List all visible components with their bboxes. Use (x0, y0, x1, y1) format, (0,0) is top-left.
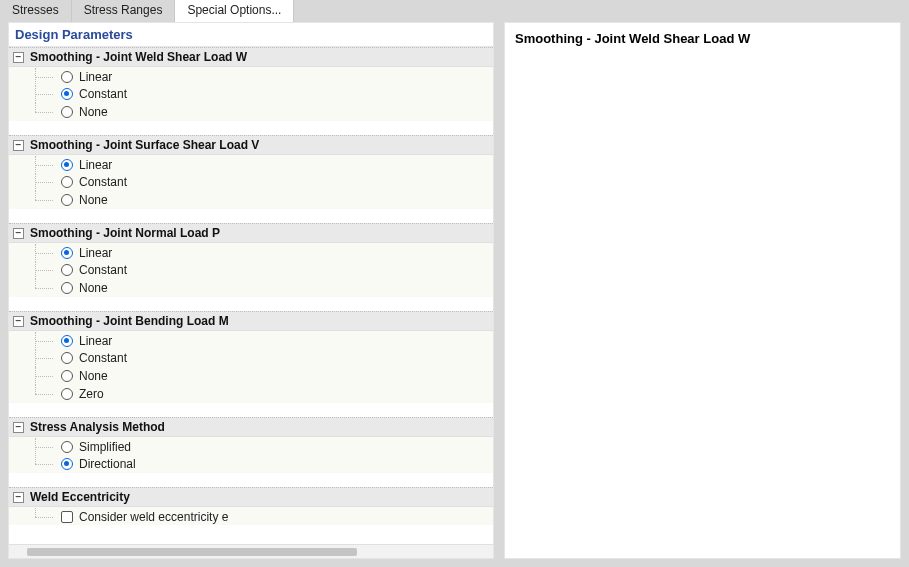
option-radio[interactable] (61, 370, 73, 382)
option-label: Consider weld eccentricity e (79, 510, 228, 524)
group-options: Consider weld eccentricity e (9, 507, 493, 525)
tree-connector-icon (29, 438, 55, 456)
option-row[interactable]: Linear (9, 67, 493, 85)
option-row[interactable]: None (9, 191, 493, 209)
detail-panel: Smoothing - Joint Weld Shear Load W (504, 22, 901, 559)
option-label: None (79, 105, 108, 119)
group-options: LinearConstantNoneZero (9, 331, 493, 403)
option-label: None (79, 193, 108, 207)
option-label: None (79, 281, 108, 295)
collapse-toggle-icon[interactable]: − (13, 52, 24, 63)
tree-connector-icon (29, 85, 55, 103)
spacer (9, 403, 493, 417)
option-row[interactable]: Constant (9, 85, 493, 103)
option-label: Linear (79, 70, 112, 84)
main-area: Design Parameters −Smoothing - Joint Wel… (0, 22, 909, 567)
tab-stresses[interactable]: Stresses (0, 0, 72, 22)
tab-stress-ranges[interactable]: Stress Ranges (72, 0, 176, 22)
spacer (9, 473, 493, 487)
option-row[interactable]: Zero (9, 385, 493, 403)
tree-connector-icon (29, 103, 55, 121)
collapse-toggle-icon[interactable]: − (13, 316, 24, 327)
option-radio[interactable] (61, 194, 73, 206)
option-label: Constant (79, 87, 127, 101)
group-title: Smoothing - Joint Surface Shear Load V (30, 138, 259, 152)
group-title: Weld Eccentricity (30, 490, 130, 504)
group-header[interactable]: −Smoothing - Joint Normal Load P (9, 223, 493, 243)
option-radio[interactable] (61, 106, 73, 118)
option-radio[interactable] (61, 282, 73, 294)
option-radio[interactable] (61, 88, 73, 100)
param-group: −Weld EccentricityConsider weld eccentri… (9, 487, 493, 539)
option-label: Linear (79, 158, 112, 172)
tree-connector-icon (29, 367, 55, 385)
collapse-toggle-icon[interactable]: − (13, 422, 24, 433)
option-row[interactable]: Constant (9, 349, 493, 367)
param-group: −Smoothing - Joint Surface Shear Load VL… (9, 135, 493, 223)
param-group: −Stress Analysis MethodSimplifiedDirecti… (9, 417, 493, 487)
group-header[interactable]: −Stress Analysis Method (9, 417, 493, 437)
option-row[interactable]: Constant (9, 261, 493, 279)
option-radio[interactable] (61, 159, 73, 171)
group-title: Smoothing - Joint Normal Load P (30, 226, 220, 240)
option-label: Linear (79, 334, 112, 348)
tree-connector-icon (29, 68, 55, 86)
option-row[interactable]: Linear (9, 243, 493, 261)
scroll-thumb[interactable] (27, 548, 357, 556)
group-title: Smoothing - Joint Weld Shear Load W (30, 50, 247, 64)
panel-title: Design Parameters (9, 23, 493, 46)
tree-connector-icon (29, 173, 55, 191)
group-title: Smoothing - Joint Bending Load M (30, 314, 229, 328)
group-options: LinearConstantNone (9, 67, 493, 121)
group-header[interactable]: −Smoothing - Joint Surface Shear Load V (9, 135, 493, 155)
option-radio[interactable] (61, 176, 73, 188)
option-label: Directional (79, 457, 136, 471)
option-radio[interactable] (61, 247, 73, 259)
group-header[interactable]: −Smoothing - Joint Bending Load M (9, 311, 493, 331)
option-row[interactable]: Linear (9, 331, 493, 349)
option-row[interactable]: Simplified (9, 437, 493, 455)
option-row[interactable]: Linear (9, 155, 493, 173)
collapse-toggle-icon[interactable]: − (13, 492, 24, 503)
tab-bar: Stresses Stress Ranges Special Options..… (0, 0, 909, 22)
option-row[interactable]: Consider weld eccentricity e (9, 507, 493, 525)
option-radio[interactable] (61, 458, 73, 470)
option-row[interactable]: Directional (9, 455, 493, 473)
tree-connector-icon (29, 244, 55, 262)
tree-connector-icon (29, 385, 55, 403)
option-radio[interactable] (61, 352, 73, 364)
option-radio[interactable] (61, 441, 73, 453)
option-label: Constant (79, 351, 127, 365)
group-options: LinearConstantNone (9, 243, 493, 297)
detail-title: Smoothing - Joint Weld Shear Load W (515, 31, 890, 46)
param-group: −Smoothing - Joint Normal Load PLinearCo… (9, 223, 493, 311)
spacer (9, 209, 493, 223)
option-row[interactable]: None (9, 367, 493, 385)
option-row[interactable]: None (9, 103, 493, 121)
option-row[interactable]: None (9, 279, 493, 297)
collapse-toggle-icon[interactable]: − (13, 140, 24, 151)
collapse-toggle-icon[interactable]: − (13, 228, 24, 239)
horizontal-scrollbar[interactable] (9, 544, 493, 558)
option-checkbox[interactable] (61, 511, 73, 523)
tree-connector-icon (29, 261, 55, 279)
option-label: Simplified (79, 440, 131, 454)
group-header[interactable]: −Weld Eccentricity (9, 487, 493, 507)
option-radio[interactable] (61, 71, 73, 83)
option-label: Linear (79, 246, 112, 260)
option-label: Constant (79, 175, 127, 189)
group-options: SimplifiedDirectional (9, 437, 493, 473)
tree-connector-icon (29, 191, 55, 209)
tree-connector-icon (29, 156, 55, 174)
option-radio[interactable] (61, 335, 73, 347)
option-label: Constant (79, 263, 127, 277)
param-group: −Smoothing - Joint Bending Load MLinearC… (9, 311, 493, 417)
option-radio[interactable] (61, 388, 73, 400)
tab-special-options[interactable]: Special Options... (175, 0, 294, 22)
group-options: LinearConstantNone (9, 155, 493, 209)
option-row[interactable]: Constant (9, 173, 493, 191)
group-title: Stress Analysis Method (30, 420, 165, 434)
option-radio[interactable] (61, 264, 73, 276)
group-header[interactable]: −Smoothing - Joint Weld Shear Load W (9, 47, 493, 67)
tree-connector-icon (29, 349, 55, 367)
